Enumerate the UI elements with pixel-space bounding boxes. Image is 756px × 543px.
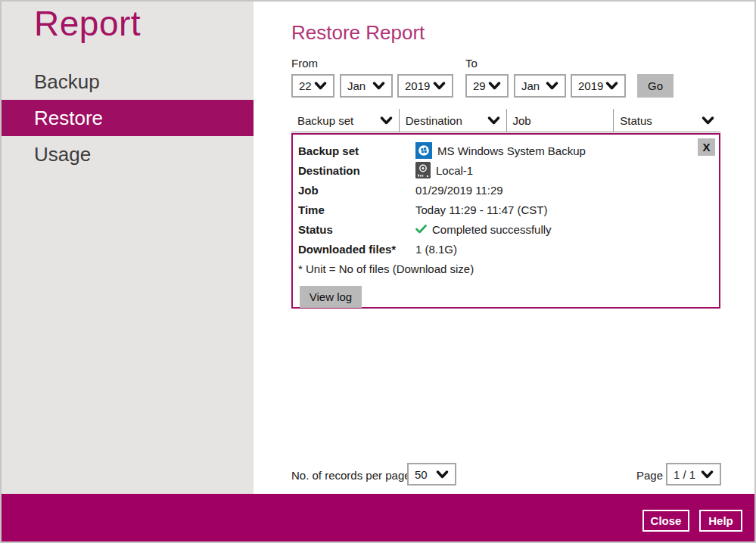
record-panel: X Backup set MS Windows System Backup De… bbox=[291, 133, 720, 309]
page-title: Restore Report bbox=[291, 21, 425, 45]
to-month-select[interactable]: Jan bbox=[514, 74, 566, 98]
from-month-value: Jan bbox=[347, 79, 366, 92]
windows-backup-icon bbox=[415, 142, 432, 159]
filter-status[interactable]: Status bbox=[613, 109, 720, 132]
sidebar: Report Backup Restore Usage bbox=[0, 0, 254, 494]
records-per-page-label: No. of records per page bbox=[291, 469, 411, 482]
record-row-job: Job 01/29/2019 11:29 bbox=[298, 180, 719, 200]
record-row-downloaded-files: Downloaded files* 1 (8.1G) bbox=[298, 239, 719, 259]
filter-job-label: Job bbox=[513, 114, 531, 127]
row-label: Backup set bbox=[298, 144, 415, 157]
row-value: MS Windows System Backup bbox=[437, 144, 586, 157]
view-log-button[interactable]: View log bbox=[300, 286, 362, 308]
sidebar-item-backup[interactable]: Backup bbox=[0, 64, 254, 100]
page-value: 1 / 1 bbox=[674, 468, 695, 481]
main-content: Restore Report From To 22 Jan 2019 29 Ja… bbox=[254, 0, 756, 494]
row-value: Completed successfully bbox=[432, 223, 552, 236]
row-value: Today 11:29 - 11:47 (CST) bbox=[415, 203, 548, 216]
chevron-down-icon bbox=[433, 82, 446, 90]
from-year-select[interactable]: 2019 bbox=[397, 74, 453, 98]
filter-status-label: Status bbox=[620, 114, 652, 127]
filter-backup-set-label: Backup set bbox=[297, 114, 353, 127]
record-row-backup-set: Backup set MS Windows System Backup bbox=[298, 141, 719, 160]
row-label: Downloaded files* bbox=[298, 243, 415, 256]
page-select[interactable]: 1 / 1 bbox=[666, 463, 721, 486]
chevron-down-icon bbox=[372, 82, 385, 90]
chevron-down-icon bbox=[487, 116, 500, 125]
chevron-down-icon bbox=[701, 470, 714, 479]
row-value: Local-1 bbox=[436, 164, 473, 177]
row-label: Time bbox=[298, 203, 415, 216]
from-year-value: 2019 bbox=[405, 79, 430, 92]
row-value: 1 (8.1G) bbox=[415, 243, 457, 256]
filter-destination[interactable]: Destination bbox=[399, 109, 506, 132]
records-per-page-value: 50 bbox=[415, 468, 428, 481]
records-per-page-select[interactable]: 50 bbox=[407, 463, 456, 486]
from-day-select[interactable]: 22 bbox=[291, 74, 334, 98]
to-year-value: 2019 bbox=[578, 79, 603, 92]
to-day-select[interactable]: 29 bbox=[465, 74, 509, 98]
filter-job[interactable]: Job bbox=[506, 109, 614, 132]
from-label: From bbox=[291, 57, 318, 70]
go-button[interactable]: Go bbox=[637, 74, 674, 98]
sidebar-item-restore[interactable]: Restore bbox=[0, 100, 254, 136]
row-label: Destination bbox=[298, 164, 415, 177]
page-label: Page bbox=[636, 469, 663, 482]
sidebar-nav: Backup Restore Usage bbox=[0, 64, 254, 172]
row-label: Job bbox=[298, 184, 415, 197]
check-icon bbox=[415, 225, 427, 234]
record-row-status: Status Completed successfully bbox=[298, 219, 719, 239]
close-button[interactable]: Close bbox=[642, 510, 689, 532]
to-year-select[interactable]: 2019 bbox=[571, 74, 626, 98]
app-title: Report bbox=[34, 3, 141, 44]
footer-bar: Close Help bbox=[0, 494, 756, 543]
chevron-down-icon bbox=[314, 82, 327, 90]
chevron-down-icon bbox=[702, 116, 714, 125]
from-day-value: 22 bbox=[299, 79, 312, 92]
chevron-down-icon bbox=[380, 116, 393, 125]
filter-bar: Backup set Destination Job Status bbox=[291, 109, 720, 132]
record-row-destination: Destination Local-1 bbox=[298, 160, 719, 180]
to-day-value: 29 bbox=[473, 79, 486, 92]
chevron-down-icon bbox=[488, 82, 501, 90]
chevron-down-icon bbox=[546, 82, 558, 90]
local-destination-icon bbox=[415, 162, 431, 178]
close-record-button[interactable]: X bbox=[698, 138, 715, 156]
row-value: 01/29/2019 11:29 bbox=[415, 184, 503, 197]
to-month-value: Jan bbox=[521, 79, 540, 92]
to-label: To bbox=[465, 57, 478, 70]
from-month-select[interactable]: Jan bbox=[340, 74, 393, 98]
filter-destination-label: Destination bbox=[406, 114, 462, 127]
record-row-time: Time Today 11:29 - 11:47 (CST) bbox=[298, 200, 719, 219]
chevron-down-icon bbox=[436, 470, 449, 479]
report-window: Report Backup Restore Usage Restore Repo… bbox=[0, 0, 756, 543]
help-button[interactable]: Help bbox=[699, 510, 742, 532]
filter-backup-set[interactable]: Backup set bbox=[291, 109, 399, 132]
sidebar-item-usage[interactable]: Usage bbox=[0, 136, 254, 172]
row-label: Status bbox=[298, 223, 415, 236]
unit-footnote: * Unit = No of files (Download size) bbox=[298, 259, 719, 278]
chevron-down-icon bbox=[605, 82, 618, 90]
